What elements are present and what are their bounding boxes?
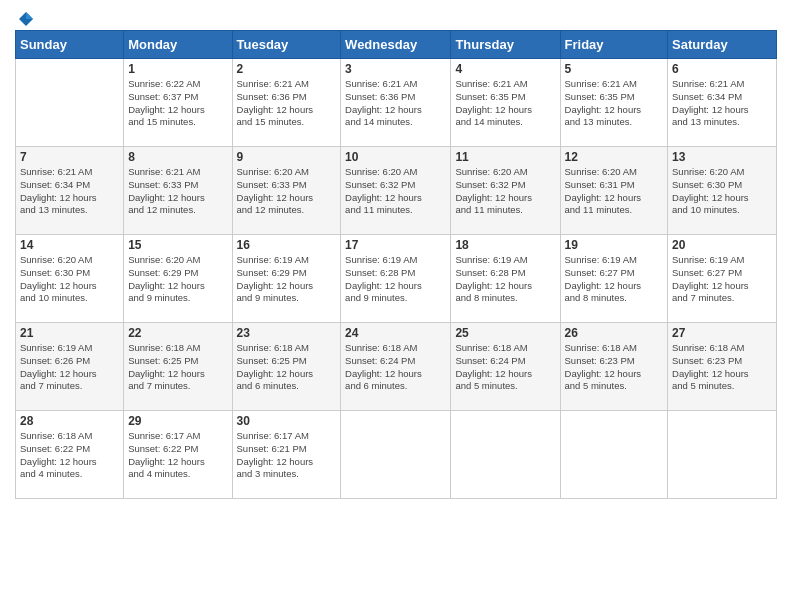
calendar-cell: 12Sunrise: 6:20 AM Sunset: 6:31 PM Dayli…: [560, 147, 668, 235]
calendar-cell: 16Sunrise: 6:19 AM Sunset: 6:29 PM Dayli…: [232, 235, 341, 323]
day-info: Sunrise: 6:18 AM Sunset: 6:25 PM Dayligh…: [237, 342, 337, 393]
calendar-header-row: SundayMondayTuesdayWednesdayThursdayFrid…: [16, 31, 777, 59]
calendar-cell: 6Sunrise: 6:21 AM Sunset: 6:34 PM Daylig…: [668, 59, 777, 147]
day-number: 6: [672, 62, 772, 76]
calendar-cell: [341, 411, 451, 499]
calendar-cell: 5Sunrise: 6:21 AM Sunset: 6:35 PM Daylig…: [560, 59, 668, 147]
calendar-cell: 2Sunrise: 6:21 AM Sunset: 6:36 PM Daylig…: [232, 59, 341, 147]
svg-marker-1: [26, 12, 33, 19]
logo: [15, 10, 35, 22]
day-number: 17: [345, 238, 446, 252]
calendar-cell: [560, 411, 668, 499]
calendar-cell: 8Sunrise: 6:21 AM Sunset: 6:33 PM Daylig…: [124, 147, 232, 235]
day-info: Sunrise: 6:18 AM Sunset: 6:25 PM Dayligh…: [128, 342, 227, 393]
calendar-cell: 4Sunrise: 6:21 AM Sunset: 6:35 PM Daylig…: [451, 59, 560, 147]
day-number: 25: [455, 326, 555, 340]
calendar-cell: 11Sunrise: 6:20 AM Sunset: 6:32 PM Dayli…: [451, 147, 560, 235]
day-number: 29: [128, 414, 227, 428]
day-number: 7: [20, 150, 119, 164]
calendar-cell: 21Sunrise: 6:19 AM Sunset: 6:26 PM Dayli…: [16, 323, 124, 411]
day-number: 23: [237, 326, 337, 340]
day-number: 14: [20, 238, 119, 252]
day-info: Sunrise: 6:17 AM Sunset: 6:21 PM Dayligh…: [237, 430, 337, 481]
calendar: SundayMondayTuesdayWednesdayThursdayFrid…: [15, 30, 777, 499]
day-info: Sunrise: 6:18 AM Sunset: 6:24 PM Dayligh…: [345, 342, 446, 393]
day-info: Sunrise: 6:18 AM Sunset: 6:23 PM Dayligh…: [672, 342, 772, 393]
day-info: Sunrise: 6:20 AM Sunset: 6:30 PM Dayligh…: [672, 166, 772, 217]
day-info: Sunrise: 6:20 AM Sunset: 6:32 PM Dayligh…: [345, 166, 446, 217]
week-row-5: 28Sunrise: 6:18 AM Sunset: 6:22 PM Dayli…: [16, 411, 777, 499]
day-info: Sunrise: 6:21 AM Sunset: 6:34 PM Dayligh…: [20, 166, 119, 217]
calendar-cell: 7Sunrise: 6:21 AM Sunset: 6:34 PM Daylig…: [16, 147, 124, 235]
day-number: 27: [672, 326, 772, 340]
day-number: 30: [237, 414, 337, 428]
day-number: 12: [565, 150, 664, 164]
day-info: Sunrise: 6:21 AM Sunset: 6:36 PM Dayligh…: [237, 78, 337, 129]
day-info: Sunrise: 6:20 AM Sunset: 6:30 PM Dayligh…: [20, 254, 119, 305]
logo-icon: [17, 10, 35, 28]
col-header-tuesday: Tuesday: [232, 31, 341, 59]
day-number: 26: [565, 326, 664, 340]
col-header-thursday: Thursday: [451, 31, 560, 59]
day-info: Sunrise: 6:19 AM Sunset: 6:27 PM Dayligh…: [565, 254, 664, 305]
day-info: Sunrise: 6:20 AM Sunset: 6:32 PM Dayligh…: [455, 166, 555, 217]
day-info: Sunrise: 6:17 AM Sunset: 6:22 PM Dayligh…: [128, 430, 227, 481]
week-row-2: 7Sunrise: 6:21 AM Sunset: 6:34 PM Daylig…: [16, 147, 777, 235]
day-number: 18: [455, 238, 555, 252]
col-header-monday: Monday: [124, 31, 232, 59]
day-number: 4: [455, 62, 555, 76]
calendar-cell: 17Sunrise: 6:19 AM Sunset: 6:28 PM Dayli…: [341, 235, 451, 323]
col-header-wednesday: Wednesday: [341, 31, 451, 59]
day-number: 28: [20, 414, 119, 428]
day-number: 9: [237, 150, 337, 164]
day-info: Sunrise: 6:19 AM Sunset: 6:29 PM Dayligh…: [237, 254, 337, 305]
day-number: 2: [237, 62, 337, 76]
col-header-saturday: Saturday: [668, 31, 777, 59]
day-info: Sunrise: 6:20 AM Sunset: 6:29 PM Dayligh…: [128, 254, 227, 305]
day-number: 16: [237, 238, 337, 252]
day-info: Sunrise: 6:21 AM Sunset: 6:36 PM Dayligh…: [345, 78, 446, 129]
day-number: 5: [565, 62, 664, 76]
day-number: 21: [20, 326, 119, 340]
day-info: Sunrise: 6:19 AM Sunset: 6:28 PM Dayligh…: [455, 254, 555, 305]
week-row-1: 1Sunrise: 6:22 AM Sunset: 6:37 PM Daylig…: [16, 59, 777, 147]
day-info: Sunrise: 6:20 AM Sunset: 6:33 PM Dayligh…: [237, 166, 337, 217]
col-header-friday: Friday: [560, 31, 668, 59]
day-info: Sunrise: 6:19 AM Sunset: 6:28 PM Dayligh…: [345, 254, 446, 305]
calendar-cell: 28Sunrise: 6:18 AM Sunset: 6:22 PM Dayli…: [16, 411, 124, 499]
day-info: Sunrise: 6:18 AM Sunset: 6:23 PM Dayligh…: [565, 342, 664, 393]
calendar-cell: [16, 59, 124, 147]
calendar-cell: 24Sunrise: 6:18 AM Sunset: 6:24 PM Dayli…: [341, 323, 451, 411]
day-number: 19: [565, 238, 664, 252]
day-number: 1: [128, 62, 227, 76]
day-number: 13: [672, 150, 772, 164]
calendar-cell: 29Sunrise: 6:17 AM Sunset: 6:22 PM Dayli…: [124, 411, 232, 499]
calendar-cell: 1Sunrise: 6:22 AM Sunset: 6:37 PM Daylig…: [124, 59, 232, 147]
calendar-cell: 14Sunrise: 6:20 AM Sunset: 6:30 PM Dayli…: [16, 235, 124, 323]
day-info: Sunrise: 6:21 AM Sunset: 6:35 PM Dayligh…: [455, 78, 555, 129]
calendar-cell: 19Sunrise: 6:19 AM Sunset: 6:27 PM Dayli…: [560, 235, 668, 323]
calendar-cell: 18Sunrise: 6:19 AM Sunset: 6:28 PM Dayli…: [451, 235, 560, 323]
day-info: Sunrise: 6:21 AM Sunset: 6:33 PM Dayligh…: [128, 166, 227, 217]
calendar-cell: 26Sunrise: 6:18 AM Sunset: 6:23 PM Dayli…: [560, 323, 668, 411]
calendar-cell: 9Sunrise: 6:20 AM Sunset: 6:33 PM Daylig…: [232, 147, 341, 235]
day-info: Sunrise: 6:21 AM Sunset: 6:34 PM Dayligh…: [672, 78, 772, 129]
day-number: 8: [128, 150, 227, 164]
calendar-cell: 22Sunrise: 6:18 AM Sunset: 6:25 PM Dayli…: [124, 323, 232, 411]
week-row-3: 14Sunrise: 6:20 AM Sunset: 6:30 PM Dayli…: [16, 235, 777, 323]
day-number: 3: [345, 62, 446, 76]
calendar-cell: [451, 411, 560, 499]
calendar-cell: 15Sunrise: 6:20 AM Sunset: 6:29 PM Dayli…: [124, 235, 232, 323]
calendar-cell: 23Sunrise: 6:18 AM Sunset: 6:25 PM Dayli…: [232, 323, 341, 411]
calendar-cell: 25Sunrise: 6:18 AM Sunset: 6:24 PM Dayli…: [451, 323, 560, 411]
calendar-cell: 30Sunrise: 6:17 AM Sunset: 6:21 PM Dayli…: [232, 411, 341, 499]
day-info: Sunrise: 6:18 AM Sunset: 6:24 PM Dayligh…: [455, 342, 555, 393]
day-info: Sunrise: 6:21 AM Sunset: 6:35 PM Dayligh…: [565, 78, 664, 129]
day-info: Sunrise: 6:20 AM Sunset: 6:31 PM Dayligh…: [565, 166, 664, 217]
page-header: [15, 10, 777, 22]
day-info: Sunrise: 6:19 AM Sunset: 6:26 PM Dayligh…: [20, 342, 119, 393]
calendar-cell: 20Sunrise: 6:19 AM Sunset: 6:27 PM Dayli…: [668, 235, 777, 323]
day-number: 11: [455, 150, 555, 164]
calendar-cell: [668, 411, 777, 499]
calendar-cell: 3Sunrise: 6:21 AM Sunset: 6:36 PM Daylig…: [341, 59, 451, 147]
